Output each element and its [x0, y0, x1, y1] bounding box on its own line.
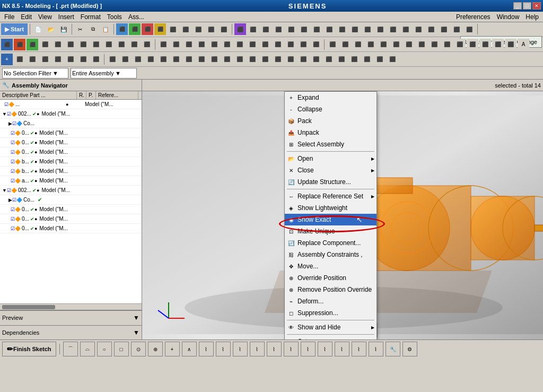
tb-btn-16[interactable]: ⬛	[273, 23, 284, 35]
sketch-btn-12[interactable]: ⌇	[250, 342, 265, 356]
tb2-33[interactable]: ⬛	[416, 39, 427, 50]
tb-btn-26[interactable]: ⬛	[400, 23, 411, 35]
menu-assembly[interactable]: Ass...	[125, 12, 147, 22]
tb-btn-5[interactable]: ⬛	[129, 23, 141, 35]
tb-btn-29[interactable]: ⬛	[438, 23, 450, 35]
tb3-13[interactable]: ⬛	[157, 54, 169, 65]
menu-tools[interactable]: Tools	[104, 12, 125, 22]
tb2-6[interactable]: ⬛	[65, 39, 76, 50]
tb3-27[interactable]: ⬛	[336, 54, 347, 65]
ctx-expand[interactable]: + Expand	[285, 92, 376, 103]
tb-btn-12[interactable]: ⬛	[218, 23, 230, 35]
tree-row-0-5[interactable]: ☑ 🔶 0... ✔ ● Model ("M...	[0, 214, 142, 224]
tb2-9[interactable]: ⬛	[103, 39, 115, 50]
new-button[interactable]: 📄	[32, 23, 44, 35]
tb3-24[interactable]: ⬛	[297, 54, 309, 65]
sketch-btn-21[interactable]: ⚙	[402, 342, 417, 356]
tb2-8[interactable]: ⬛	[90, 39, 102, 50]
save-button[interactable]: 💾	[58, 23, 69, 35]
preview-panel[interactable]: Preview ▼	[0, 310, 142, 325]
sketch-btn-1[interactable]: ⌒	[63, 342, 78, 356]
tb2-21[interactable]: ⬛	[259, 39, 271, 50]
tb2-13[interactable]: ⬛	[157, 39, 169, 50]
tree-row-0-2[interactable]: ☑ 🔶 0... ✔ ● Model ("M...	[0, 138, 142, 147]
tb3-14[interactable]: ⬛	[170, 54, 182, 65]
tb3-25[interactable]: ⬛	[310, 54, 322, 65]
tb-btn-6[interactable]: ⬛	[142, 23, 153, 35]
minimize-button[interactable]: _	[513, 2, 522, 10]
tb-btn-19[interactable]: ⬛	[311, 23, 322, 35]
tb3-28[interactable]: ⬛	[348, 54, 360, 65]
tb-btn-24[interactable]: ⬛	[374, 23, 386, 35]
menu-insert[interactable]: Insert	[55, 12, 77, 22]
ctx-deform[interactable]: ⌁ Deform...	[285, 295, 376, 307]
tb2-34[interactable]: ⬛	[428, 39, 440, 50]
tb2-5[interactable]: ⬛	[52, 39, 64, 50]
tb-btn-31[interactable]: ⬛	[463, 23, 475, 35]
tb3-26[interactable]: ⬛	[323, 54, 335, 65]
tb2-26[interactable]: ⬛	[327, 39, 338, 50]
tb3-29[interactable]: ⬛	[361, 54, 373, 65]
tree-row-co2[interactable]: ▶ ☑ 🔷 Co... ✔	[0, 195, 142, 205]
tree-row-002[interactable]: ▼ ☑ 🔶 002... ✔ ● Model ("M...	[0, 109, 142, 119]
tb2-20[interactable]: ⬛	[247, 39, 258, 50]
tb3-12[interactable]: ⬛	[145, 54, 156, 65]
tb2-4[interactable]: ⬛	[39, 39, 51, 50]
tb2-1[interactable]: ⬛	[1, 39, 13, 50]
tb2-23[interactable]: ⬛	[285, 39, 296, 50]
tb2-17[interactable]: ⬛	[208, 39, 220, 50]
ctx-replace-component[interactable]: 🔃 Replace Component...	[285, 237, 376, 249]
tb2-7[interactable]: ⬛	[77, 39, 89, 50]
sketch-btn-8[interactable]: ∧	[182, 342, 197, 356]
tb2-28[interactable]: ⬛	[352, 39, 364, 50]
menu-preferences[interactable]: Preferences	[453, 12, 494, 22]
assembly-filter-dropdown[interactable]: Entire Assembly ▼	[71, 68, 137, 79]
tb3-17[interactable]: ⬛	[208, 54, 220, 65]
sketch-btn-16[interactable]: ⌇	[318, 342, 332, 356]
cut-button[interactable]: ✂	[74, 23, 86, 35]
open-button[interactable]: 📂	[45, 23, 57, 35]
tb-btn-22[interactable]: ⬛	[349, 23, 361, 35]
ctx-override-position[interactable]: ⊕ Override Position	[285, 272, 376, 284]
sketch-btn-20[interactable]: 🔧	[386, 342, 400, 356]
tb2-3[interactable]: ⬛	[27, 39, 38, 50]
nav-tree[interactable]: ☑ 🔶 ... ● Model ("M... ▼ ☑ 🔶 002... ✔ ● …	[0, 100, 142, 303]
sketch-btn-6[interactable]: ⊕	[148, 342, 163, 356]
sketch-btn-15[interactable]: ⌇	[301, 342, 316, 356]
tb2-14[interactable]: ⬛	[170, 39, 182, 50]
sketch-btn-11[interactable]: ⌇	[233, 342, 248, 356]
tb2-10[interactable]: ⬛	[116, 39, 127, 50]
tb2-15[interactable]: ⬛	[183, 39, 195, 50]
tb3-30[interactable]: ⬛	[374, 54, 386, 65]
finish-sketch-button[interactable]: ✏ Finish Sketch	[2, 342, 56, 356]
tb3-7[interactable]: ⬛	[77, 54, 89, 65]
close-button[interactable]: ✕	[532, 2, 541, 10]
tb2-16[interactable]: ⬛	[196, 39, 207, 50]
tb-btn-30[interactable]: ⬛	[451, 23, 462, 35]
tb2-25[interactable]: ⬛	[310, 39, 322, 50]
tb3-3[interactable]: ⬛	[27, 54, 38, 65]
tb3-15[interactable]: ⬛	[183, 54, 195, 65]
sketch-btn-3[interactable]: ○	[97, 342, 112, 356]
tb-btn-13[interactable]: ⬛	[234, 23, 246, 35]
tree-row-0-4[interactable]: ☑ 🔶 0... ✔ ● Model ("M...	[0, 205, 142, 214]
selection-filter-dropdown[interactable]: No Selection Filter ▼	[2, 68, 68, 79]
sketch-btn-17[interactable]: ⌇	[335, 342, 349, 356]
menu-edit[interactable]: Edit	[17, 12, 35, 22]
tb2-37[interactable]: ⬛	[467, 39, 478, 50]
sketch-btn-7[interactable]: +	[165, 342, 180, 356]
tb-btn-20[interactable]: ⬛	[323, 23, 335, 35]
sketch-btn-9[interactable]: ⌇	[199, 342, 214, 356]
tb-btn-25[interactable]: ⬛	[387, 23, 399, 35]
3d-view-area[interactable]: selected - total 14	[142, 80, 543, 339]
tb-btn-28[interactable]: ⬛	[425, 23, 437, 35]
tb3-18[interactable]: ⬛	[221, 54, 233, 65]
ctx-close[interactable]: ✕ Close	[285, 164, 376, 176]
ctx-assembly-constraints[interactable]: ⛓ Assembly Constraints ,	[285, 249, 376, 260]
ctx-remove-position-override[interactable]: ⊗ Remove Position Override	[285, 284, 376, 295]
tree-row-b-2[interactable]: ☑ 🔶 b... ✔ ● Model ("M...	[0, 167, 142, 176]
tb2-36[interactable]: ⬛	[454, 39, 466, 50]
tb3-4[interactable]: ⬛	[39, 54, 51, 65]
window-controls[interactable]: _ □ ✕	[513, 2, 541, 10]
dropdown-arrow-2[interactable]: ▼	[115, 70, 121, 76]
